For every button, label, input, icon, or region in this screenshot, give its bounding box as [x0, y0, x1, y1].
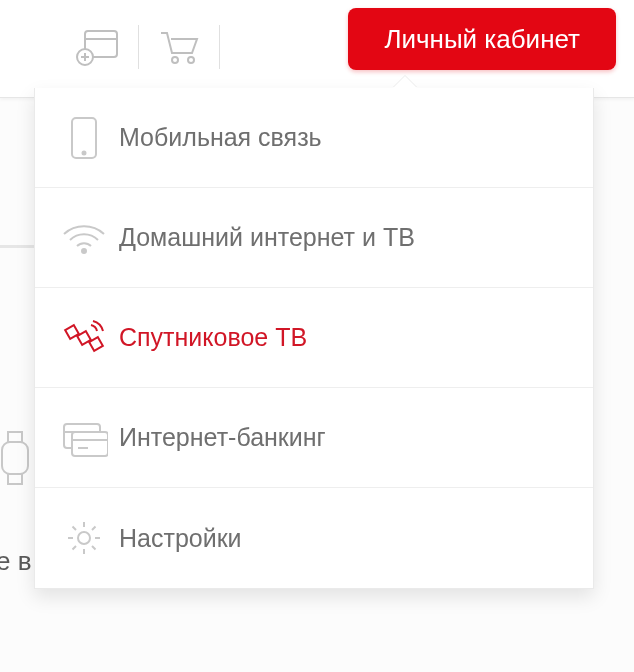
- account-button[interactable]: Личный кабинет: [348, 8, 616, 70]
- svg-point-2: [172, 57, 178, 63]
- menu-item-settings[interactable]: Настройки: [35, 488, 593, 588]
- topbar-icons: [68, 22, 230, 72]
- bg-text-peek: е в: [0, 546, 32, 577]
- account-button-label: Личный кабинет: [384, 24, 580, 55]
- menu-item-home-internet-tv[interactable]: Домашний интернет и ТВ: [35, 188, 593, 288]
- menu-item-label: Домашний интернет и ТВ: [119, 223, 415, 252]
- menu-item-internet-banking[interactable]: Интернет-банкинг: [35, 388, 593, 488]
- menu-item-label: Настройки: [119, 524, 242, 553]
- phone-icon: [49, 115, 119, 161]
- svg-point-3: [188, 57, 194, 63]
- satellite-icon: [49, 315, 119, 361]
- svg-rect-5: [8, 432, 22, 442]
- wallet-add-icon[interactable]: [68, 22, 128, 72]
- wifi-icon: [49, 220, 119, 256]
- menu-item-mobile[interactable]: Мобильная связь: [35, 88, 593, 188]
- gear-icon: [49, 518, 119, 558]
- svg-rect-6: [8, 474, 22, 484]
- topbar-divider-2: [219, 25, 220, 69]
- topbar: Личный кабинет: [0, 0, 634, 98]
- menu-item-label: Мобильная связь: [119, 123, 322, 152]
- account-dropdown: Мобильная связь Домашний интернет и ТВ: [34, 88, 594, 589]
- cart-icon[interactable]: [149, 22, 209, 72]
- svg-rect-4: [2, 442, 28, 474]
- bg-watch-icon-peek: [0, 430, 34, 486]
- bg-divider-peek: [0, 245, 34, 248]
- card-icon: [49, 418, 119, 458]
- menu-item-satellite-tv[interactable]: Спутниковое ТВ: [35, 288, 593, 388]
- menu-item-label: Интернет-банкинг: [119, 423, 326, 452]
- menu-item-label: Спутниковое ТВ: [119, 323, 307, 352]
- svg-point-9: [82, 249, 86, 253]
- svg-rect-14: [72, 432, 108, 456]
- svg-point-15: [78, 532, 90, 544]
- svg-point-8: [83, 151, 86, 154]
- topbar-divider: [138, 25, 139, 69]
